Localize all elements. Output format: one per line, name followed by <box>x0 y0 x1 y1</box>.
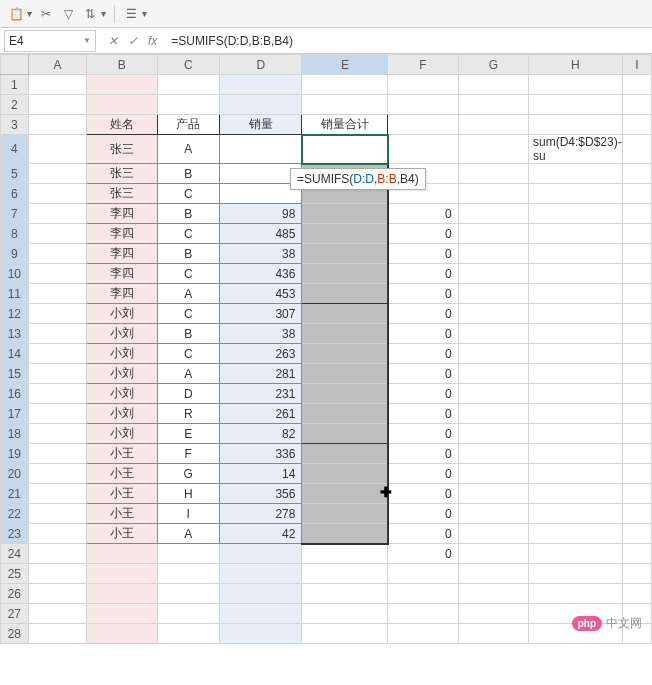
cell[interactable]: 0 <box>388 264 458 284</box>
cell[interactable] <box>302 244 388 264</box>
active-cell[interactable] <box>302 135 388 164</box>
cell[interactable] <box>302 504 388 524</box>
cell[interactable]: 小王 <box>87 464 157 484</box>
row-header[interactable]: 25 <box>1 564 29 584</box>
cell[interactable]: C <box>157 304 220 324</box>
row-header[interactable]: 12 <box>1 304 29 324</box>
cell[interactable]: 436 <box>220 264 302 284</box>
cell[interactable]: 231 <box>220 384 302 404</box>
cell[interactable]: D <box>157 384 220 404</box>
row-header[interactable]: 18 <box>1 424 29 444</box>
row-header[interactable]: 1 <box>1 75 29 95</box>
cell[interactable] <box>302 204 388 224</box>
cell[interactable] <box>302 324 388 344</box>
cell[interactable]: 453 <box>220 284 302 304</box>
cell[interactable]: 261 <box>220 404 302 424</box>
cell[interactable]: 0 <box>388 424 458 444</box>
cell[interactable]: 485 <box>220 224 302 244</box>
row-header[interactable]: 14 <box>1 344 29 364</box>
header-sales[interactable]: 销量 <box>220 115 302 135</box>
cell[interactable]: 李四 <box>87 204 157 224</box>
cell[interactable]: B <box>157 164 220 184</box>
cell[interactable]: 38 <box>220 244 302 264</box>
grid[interactable]: A B C D E F G H I 1 2 3姓名产品销量销量合计 4张三Asu… <box>0 54 652 644</box>
cell[interactable]: B <box>157 244 220 264</box>
cell[interactable]: 281 <box>220 364 302 384</box>
cell[interactable]: 小王 <box>87 484 157 504</box>
cell[interactable]: 0 <box>388 344 458 364</box>
rows-dropdown[interactable]: ▾ <box>142 8 147 19</box>
cell[interactable]: 李四 <box>87 284 157 304</box>
cell[interactable]: 0 <box>388 204 458 224</box>
cell[interactable] <box>302 524 388 544</box>
cell[interactable]: 98 <box>220 204 302 224</box>
cell[interactable]: 0 <box>388 364 458 384</box>
cell[interactable]: A <box>157 524 220 544</box>
cell[interactable]: B <box>157 324 220 344</box>
fx-icon[interactable]: fx <box>148 34 157 48</box>
cell[interactable]: 小刘 <box>87 424 157 444</box>
row-header[interactable]: 6 <box>1 184 29 204</box>
row-header[interactable]: 20 <box>1 464 29 484</box>
name-box[interactable]: E4 ▼ <box>4 30 96 52</box>
col-header-F[interactable]: F <box>388 55 458 75</box>
cell[interactable]: 278 <box>220 504 302 524</box>
cell[interactable]: 0 <box>388 224 458 244</box>
paste-dropdown[interactable]: ▾ <box>27 8 32 19</box>
cell[interactable]: 李四 <box>87 244 157 264</box>
cell[interactable]: 0 <box>388 384 458 404</box>
cell[interactable]: 336 <box>220 444 302 464</box>
row-header[interactable]: 28 <box>1 624 29 644</box>
row-header[interactable]: 8 <box>1 224 29 244</box>
cell[interactable] <box>302 304 388 324</box>
cell[interactable] <box>302 424 388 444</box>
cell[interactable]: F <box>157 444 220 464</box>
cell[interactable]: R <box>157 404 220 424</box>
cell[interactable]: 李四 <box>87 224 157 244</box>
row-header[interactable]: 10 <box>1 264 29 284</box>
row-header[interactable]: 15 <box>1 364 29 384</box>
cell[interactable]: 小王 <box>87 524 157 544</box>
cell[interactable]: H <box>157 484 220 504</box>
cell[interactable]: C <box>157 264 220 284</box>
cell[interactable]: 14 <box>220 464 302 484</box>
cell[interactable] <box>302 444 388 464</box>
col-header-I[interactable]: I <box>622 55 651 75</box>
cell[interactable]: 张三 <box>87 184 157 204</box>
col-header-C[interactable]: C <box>157 55 220 75</box>
cell[interactable]: 38 <box>220 324 302 344</box>
cell[interactable]: 小刘 <box>87 324 157 344</box>
row-header[interactable]: 17 <box>1 404 29 424</box>
cell[interactable]: 小刘 <box>87 404 157 424</box>
row-header[interactable]: 21 <box>1 484 29 504</box>
cell[interactable] <box>388 135 458 164</box>
cell[interactable]: 小王 <box>87 504 157 524</box>
cell[interactable]: 82 <box>220 424 302 444</box>
cell[interactable]: A <box>157 364 220 384</box>
cell[interactable] <box>302 384 388 404</box>
cell[interactable]: 小刘 <box>87 344 157 364</box>
row-header[interactable]: 2 <box>1 95 29 115</box>
cell[interactable]: 张三 <box>87 164 157 184</box>
cell[interactable]: B <box>157 204 220 224</box>
cell[interactable]: 0 <box>388 324 458 344</box>
cell[interactable] <box>302 224 388 244</box>
col-header-B[interactable]: B <box>87 55 157 75</box>
cell[interactable]: 小刘 <box>87 384 157 404</box>
row-header[interactable]: 16 <box>1 384 29 404</box>
rows-icon[interactable]: ☰ <box>123 6 139 22</box>
name-box-dropdown-icon[interactable]: ▼ <box>83 36 91 45</box>
header-name[interactable]: 姓名 <box>87 115 157 135</box>
row-header[interactable]: 4 <box>1 135 29 164</box>
cell[interactable] <box>302 484 388 504</box>
row-header[interactable]: 11 <box>1 284 29 304</box>
cell[interactable] <box>302 344 388 364</box>
cell[interactable]: 0 <box>388 464 458 484</box>
row-header[interactable]: 19 <box>1 444 29 464</box>
cell[interactable]: G <box>157 464 220 484</box>
confirm-icon[interactable]: ✓ <box>128 34 138 48</box>
cell[interactable]: 0 <box>388 504 458 524</box>
cell[interactable]: 小刘 <box>87 304 157 324</box>
col-header-A[interactable]: A <box>28 55 87 75</box>
cell[interactable]: 李四 <box>87 264 157 284</box>
